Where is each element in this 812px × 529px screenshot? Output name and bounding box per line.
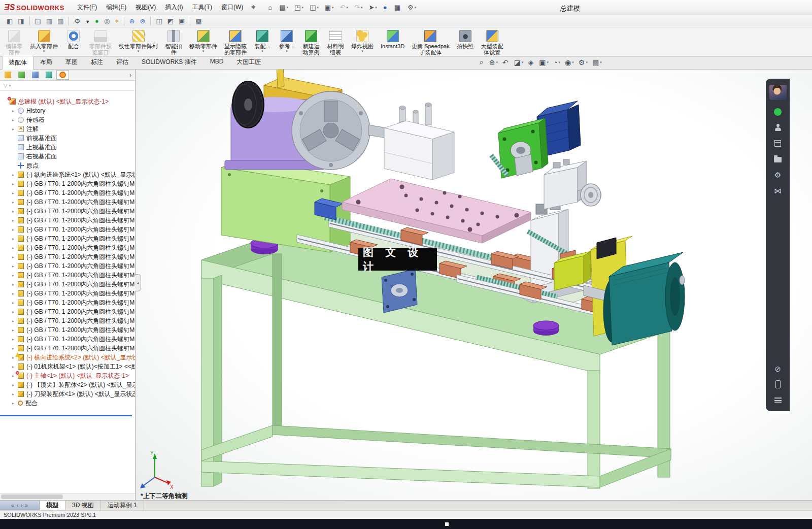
tab-model[interactable]: 模型 [40,501,65,510]
tree-item[interactable]: ▸ (-) GB / T70. 1-2000内六角圆柱头螺钉M6× [0,289,135,298]
vibration-foot-right[interactable] [533,321,559,336]
tree-item[interactable]: ▸ (-) 纵向进给系统<1> (默认) <默认_显示状态-1 [0,170,135,179]
pane-quad-icon[interactable]: ▣ [179,17,185,25]
scrollbar-thumb[interactable] [1,494,63,499]
tree-item[interactable]: ▸ (-) GB / T70. 1-2000内六角圆柱头螺钉M6× [0,271,135,280]
screen-capture-icon[interactable]: ▤ [35,17,41,25]
linear-component-pattern-button[interactable]: 线性零部件阵列 ▾ [115,28,161,56]
tree-item[interactable]: 右视基准面 [0,152,135,161]
tab-3d-views[interactable]: 3D 视图 [65,501,101,510]
tree-item[interactable]: ▸ (-) GB / T70. 1-2000内六角圆柱头螺钉M6× [0,280,135,289]
hide-show-items-icon[interactable]: ◉▾ [565,58,574,67]
expand-arrow-icon[interactable]: ▸ [12,273,18,278]
tab-scroll-arrow-icon[interactable]: « [11,503,14,508]
record-dot-icon[interactable]: ● [95,17,99,25]
link-icon[interactable]: ⊘ [774,365,781,373]
tree-item[interactable]: ▸ (-) GB / T70. 1-2000内六角圆柱头螺钉M6× [0,234,135,243]
expand-arrow-icon[interactable]: ▸ [12,328,18,333]
expand-arrow-icon[interactable]: ▸ [12,246,18,250]
edit-appearance-icon[interactable]: ⚙▾ [579,58,588,67]
display-style-icon[interactable]: ◔▾ [553,58,560,67]
tree-item[interactable]: ▸ (-) GB / T70. 1-2000内六角圆柱头螺钉M6× [0,225,135,234]
configurationmanager-tab-icon[interactable] [29,70,42,80]
reference-geometry-button[interactable]: 参考... ▾ [275,28,299,56]
expand-arrow-icon[interactable]: ▸ [12,301,18,305]
save-icon[interactable]: ◫▾ [307,3,321,12]
tab-markup[interactable]: 标注 [84,55,110,69]
model-canvas[interactable]: X Y [136,70,812,500]
assembly-features-button[interactable]: 装配... ▾ [250,28,275,56]
menu-insert[interactable]: 插入(I) [160,1,187,14]
tree-item[interactable]: ▸ (-) GB / T70. 1-2000内六角圆柱头螺钉M6× [0,243,135,252]
tree-item[interactable]: ▸ (-) GB / T70. 1-2000内六角圆柱头螺钉M6× [0,207,135,216]
tab-mbd[interactable]: MBD [204,55,230,69]
folder-icon[interactable] [774,155,782,163]
expand-arrow-icon[interactable]: ▸ [12,319,18,323]
settings-gear-icon[interactable]: ⚙ [774,171,781,179]
community-icon[interactable]: ⋈ [774,186,782,194]
tree-item[interactable]: 总建模 (默认) <默认_显示状态-1> [0,97,135,106]
panel-expand-chevron-icon[interactable]: › [129,72,133,79]
menu-view[interactable]: 视图(V) [131,1,160,14]
pane-split-icon[interactable]: ◩ [167,17,174,25]
online-status-icon[interactable] [774,108,782,116]
menu-tools[interactable]: 工具(T) [188,1,217,14]
menu-file[interactable]: 文件(F) [73,1,101,14]
tree-item[interactable]: ▸ (-) GB / T70. 1-2000内六角圆柱头螺钉M6× [0,307,135,316]
tree-item[interactable]: ▸ (-) 【顶尖】装配体<2> (默认) <默认_显示状态 [0,380,135,389]
tree-item[interactable]: ▸ (-) GB / T70. 1-2000内六角圆柱头螺钉M6× [0,197,135,207]
expand-arrow-icon[interactable]: ▸ [12,182,18,186]
expand-arrow-icon[interactable]: ▸ [12,173,18,177]
expand-arrow-icon[interactable]: ▸ [12,346,18,351]
tab-motion-study-1[interactable]: 运动算例 1 [101,501,144,510]
open-icon[interactable]: ◳▾ [292,3,306,12]
expand-arrow-icon[interactable]: ▸ [12,392,18,396]
rebuild-icon[interactable]: ● [381,3,391,12]
featuremanager-tab-icon[interactable] [2,70,14,80]
tree-item[interactable]: ▸ (-) GB / T70. 1-2000内六角圆柱头螺钉M6× [0,261,135,271]
tab-assembly[interactable]: 装配体 [2,56,33,70]
options-icon[interactable]: ⚙▾ [405,3,419,12]
bill-of-materials-button[interactable]: 材料明 细表 ▾ [323,28,348,56]
profile-icon[interactable] [774,123,782,131]
tree-item[interactable]: ▸ (-) GB / T70. 1-2000内六角圆柱头螺钉M6× [0,252,135,261]
tab-scroll-arrow-icon[interactable]: ‹ [17,503,18,508]
tree-item[interactable]: 前视基准面 [0,134,135,143]
expand-arrow-icon[interactable]: ▸ [12,337,18,342]
dimxpertmanager-tab-icon[interactable] [43,70,55,80]
propertymanager-tab-icon[interactable] [15,70,28,80]
model-cube-icon[interactable] [774,139,781,147]
expand-arrow-icon[interactable]: ▸ [12,209,18,214]
update-speedpak-button[interactable]: 更新 Speedpak 子装配体 [408,28,453,56]
screen-record-icon[interactable]: ▥ [46,17,52,25]
expand-arrow-icon[interactable]: ▸ [12,127,18,131]
grid-icon[interactable]: ▩ [195,17,201,25]
pane-single-icon[interactable]: ◫ [156,17,162,25]
redo-icon[interactable]: ↷▾ [352,3,365,12]
expand-arrow-icon[interactable]: ▸ [12,383,18,387]
origin-target-icon[interactable]: ⌖ [115,17,118,25]
tree-item[interactable]: ▸ (-) GB / T70. 1-2000内六角圆柱头螺钉M6× [0,216,135,225]
tree-item[interactable]: ▸ 注解 [0,124,135,134]
user-avatar[interactable] [769,85,787,100]
exit-sketch-icon[interactable]: ◨ [18,17,24,25]
tree-item[interactable]: ▸ (-) 刀架装配体<1> (默认) <默认_显示状态-1> [0,389,135,399]
expand-arrow-icon[interactable]: ▸ [12,310,18,314]
belt-pulley[interactable] [232,81,264,128]
panel-horizontal-scrollbar[interactable] [0,493,135,500]
new-document-icon[interactable]: ▤▾ [277,3,291,12]
dynamic-annotation-icon[interactable]: ◈ [528,58,535,67]
expand-arrow-icon[interactable]: ▸ [12,191,18,195]
graphics-area[interactable]: X Y 图 文 设 计 *上下二等角轴测 ⚙ [136,70,812,500]
large-assembly-settings-button[interactable]: 大型装配 体设置 [478,28,507,56]
tab-solidworks-addins[interactable]: SOLIDWORKS 插件 [135,55,204,69]
tree-item[interactable]: ▸ (-) GB / T70. 1-2000内六角圆柱头螺钉M6× [0,188,135,197]
tools-gear-icon[interactable]: ⚙ [74,17,80,25]
expand-arrow-icon[interactable]: ▸ [12,365,18,369]
expand-arrow-icon[interactable]: ▸ [12,401,18,406]
tab-daguo-craftsman[interactable]: 大国工匠 [230,55,267,69]
pin-menu-icon[interactable]: ✱ [251,4,255,11]
tree-item[interactable]: ▸ (-) 01机床机架<1> (默认)<按加工1> <<默认> [0,362,135,371]
apply-scene-icon[interactable]: ▤▾ [592,58,602,67]
tool-post[interactable] [384,103,454,180]
